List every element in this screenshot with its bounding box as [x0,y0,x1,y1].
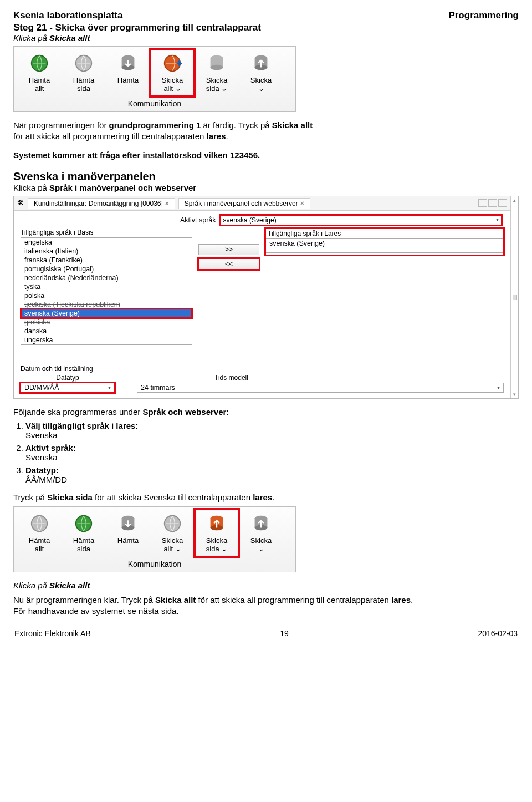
toolbar-button-skicka-sida-[interactable]: Skickasida ⌄ [195,49,239,97]
instruction-line: Klicka på Skicka allt [13,33,519,43]
move-right-button[interactable]: >> [198,244,259,255]
toolbar-button-h-mta-sida[interactable]: Hämtasida [62,509,106,557]
db-up-icon [240,51,282,75]
datatype-label: Datatyp [21,374,115,382]
globe-red-icon [151,51,193,75]
active-language-dropdown[interactable]: svenska (Sverige) ▾ [221,215,502,225]
toolbar-button-skicka-allt-[interactable]: Skickaallt ⌄ [150,49,195,97]
footer-page: 19 [280,629,289,638]
db-up-icon [240,511,282,536]
closing-click: Klicka på Skicka allt [13,580,519,591]
toolbar-kommunikation-2: HämtaalltHämtasidaHämtaSkickaallt ⌄Skick… [13,506,296,572]
list-item[interactable]: ungerska [21,336,192,344]
toolbar-kommunikation: HämtaalltHämtasidaHämtaSkickaallt ⌄Skick… [13,46,296,112]
app-icon: 🛠 [17,199,24,207]
available-basis-list[interactable]: engelskaitalienska (Italien)franska (Fra… [21,237,192,345]
list-item: Välj tillgängligt språk i lares:Svenska [25,421,519,440]
toolbar-button-h-mta-allt[interactable]: Hämtaallt [17,509,62,557]
datetime-section-label: Datum och tid inställning [21,365,504,373]
list-item[interactable]: nederländska (Nederländerna) [21,273,192,282]
tab-nav[interactable] [478,199,507,207]
section-swedish-sub: Klicka på Språk i manöverpanel och webse… [13,183,519,192]
toolbar-button-skicka-allt-[interactable]: Skickaallt ⌄ [150,509,195,557]
paragraph-2: Systemet kommer att fråga efter installa… [13,150,324,161]
toolbar-button-h-mta-[interactable]: Hämta [106,49,150,97]
doc-title-left: Ksenia laborationsplatta [13,10,122,21]
list-item[interactable]: tjeckiska (Tjeckiska republiken) [21,300,192,309]
footer-left: Extronic Elektronik AB [14,629,91,638]
globe-gray-icon [18,511,60,536]
toolbar-button-skicka-[interactable]: Skicka⌄ [239,509,283,557]
chevron-down-icon: ▾ [497,384,500,390]
globe-gray-icon [63,51,105,75]
list-item[interactable]: grekiska [21,318,192,327]
close-icon[interactable]: × [300,200,304,207]
scrollbar-vertical[interactable]: ▴ ▾ [510,196,518,398]
list-item[interactable]: franska (Frankrike) [21,256,192,265]
scroll-thumb[interactable] [513,295,517,300]
list-item: Datatyp:ÅÅ/MM/DD [25,465,519,484]
tab-customer-settings[interactable]: Kundinställningar: Demoanläggning [00036… [28,198,175,209]
toolbar-button-skicka-[interactable]: Skicka⌄ [239,49,283,97]
list-item[interactable]: danska [21,327,192,336]
list-item: Aktivt språk:Svenska [25,443,519,462]
tab-bar: 🛠 Kundinställningar: Demoanläggning [000… [14,196,510,211]
chevron-down-icon: ▾ [496,216,499,222]
list-item[interactable]: svenska (Sverige) [21,309,192,318]
datatype-dropdown[interactable]: DD/MM/ÅÅ▾ [21,383,115,393]
scroll-up-icon[interactable]: ▴ [513,197,516,203]
closing-line2: Nu är programmeringen klar. Tryck på Ski… [13,595,519,606]
section-swedish-heading: Svenska i manöverpanelen [13,170,519,183]
toolbar-button-h-mta-[interactable]: Hämta [106,509,150,557]
list-item[interactable]: svenska (Sverige) [266,239,503,248]
doc-title-right: Programmering [448,10,519,21]
globe-green-icon [18,51,60,75]
globe-green-icon [63,511,105,536]
db-gray-icon [196,51,238,75]
toolbar-button-h-mta-sida[interactable]: Hämtasida [62,49,106,97]
toolbar-button-h-mta-allt[interactable]: Hämtaallt [17,49,62,97]
footer-date: 2016-02-03 [478,629,518,638]
tab-language[interactable]: Språk i manöverpanel och webbserver× [178,198,310,209]
close-icon[interactable]: × [165,200,169,207]
available-basis-label: Tillgängliga språk i Basis [21,229,192,236]
toolbar-caption: Kommunikation [14,557,295,572]
list-item[interactable]: italienska (Italien) [21,247,192,256]
available-lares-list[interactable]: svenska (Sverige) [265,238,504,253]
active-language-label: Aktivt språk [180,216,216,224]
list-item[interactable]: portugisiska (Portugal) [21,265,192,273]
list-item[interactable]: polska [21,291,192,300]
follow-list: Välj tillgängligt språk i lares:SvenskaA… [13,421,519,484]
available-lares-label: Tillgängliga språk i Lares [265,229,504,237]
svg-point-8 [211,65,223,70]
paragraph-3: Tryck på Skicka sida för att skicka Sven… [13,492,324,503]
toolbar-button-skicka-sida-[interactable]: Skickasida ⌄ [195,509,239,557]
paragraph-1: När programmeringen för grundprogrammeri… [13,120,324,143]
time-model-dropdown[interactable]: 24 timmars▾ [137,383,504,393]
time-model-label: Tids modell [214,374,504,382]
globe-gray-icon [151,511,193,536]
db-down-icon [107,51,149,75]
db-red-icon [196,511,238,536]
list-item[interactable]: tyska [21,282,192,291]
chevron-down-icon: ▾ [108,384,111,390]
closing-line3: För handhavande av systemet se nästa sid… [13,606,519,616]
language-panel: 🛠 Kundinställningar: Demoanläggning [000… [13,196,519,399]
step-title: Steg 21 - Skicka över programmering till… [13,22,519,33]
db-down-icon [107,511,149,536]
scroll-down-icon[interactable]: ▾ [513,392,516,397]
follow-intro: Följande ska programmeras under Språk oc… [13,407,324,418]
toolbar-caption: Kommunikation [14,97,295,111]
move-left-button[interactable]: << [198,258,259,270]
list-item[interactable]: engelska [21,238,192,247]
